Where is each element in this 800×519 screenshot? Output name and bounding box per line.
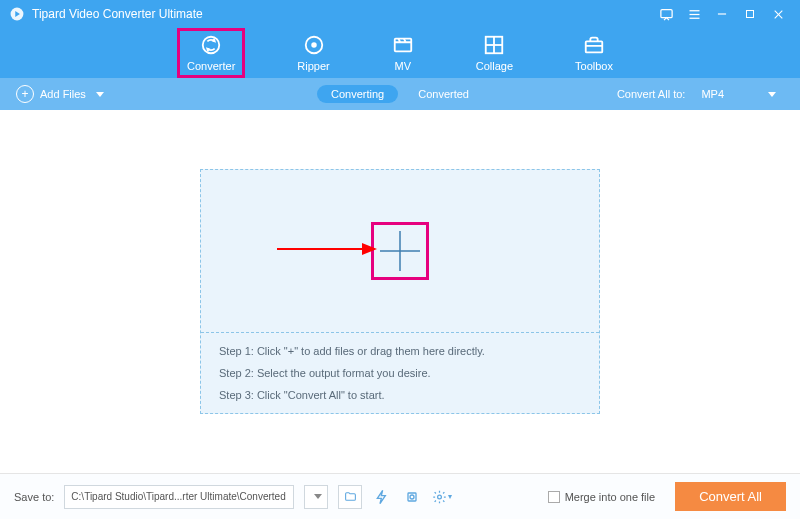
- step-text: Step 1: Click "+" to add files or drag t…: [219, 345, 581, 357]
- toolbox-icon: [583, 34, 605, 56]
- tab-converting[interactable]: Converting: [317, 85, 398, 103]
- app-logo-icon: [10, 7, 24, 21]
- svg-rect-21: [408, 493, 416, 501]
- svg-marker-18: [362, 243, 377, 255]
- path-dropdown-button[interactable]: [304, 485, 328, 509]
- svg-point-11: [312, 43, 316, 47]
- menu-icon[interactable]: [682, 2, 706, 26]
- gear-icon: [432, 489, 447, 505]
- chevron-down-icon: [96, 92, 104, 97]
- nav-ripper[interactable]: Ripper: [289, 30, 337, 76]
- minimize-button[interactable]: [710, 2, 734, 26]
- nav-converter[interactable]: Converter: [179, 30, 243, 76]
- save-to-label: Save to:: [14, 491, 54, 503]
- step-text: Step 2: Select the output format you des…: [219, 367, 581, 379]
- step-text: Step 3: Click "Convert All" to start.: [219, 389, 581, 401]
- bolt-icon: [374, 489, 390, 505]
- checkbox-icon: [548, 491, 560, 503]
- save-path-input[interactable]: C:\Tipard Studio\Tipard...rter Ultimate\…: [64, 485, 294, 509]
- titlebar: Tipard Video Converter Ultimate Converte…: [0, 0, 800, 78]
- chip-icon: [404, 489, 420, 505]
- nav-label: Ripper: [297, 60, 329, 72]
- plus-circle-icon: +: [16, 85, 34, 103]
- folder-icon: [344, 490, 357, 503]
- app-title: Tipard Video Converter Ultimate: [32, 7, 203, 21]
- convert-all-to: Convert All to: MP4: [617, 86, 784, 102]
- merge-checkbox[interactable]: Merge into one file: [548, 491, 656, 503]
- status-tabs: Converting Converted: [317, 85, 483, 103]
- svg-rect-1: [660, 9, 671, 17]
- add-files-button[interactable]: + Add Files: [16, 85, 104, 103]
- footer: Save to: C:\Tipard Studio\Tipard...rter …: [0, 473, 800, 519]
- format-value: MP4: [701, 88, 724, 100]
- nav-label: Collage: [476, 60, 513, 72]
- nav-toolbox[interactable]: Toolbox: [567, 30, 621, 76]
- mv-icon: [392, 34, 414, 56]
- instruction-steps: Step 1: Click "+" to add files or drag t…: [201, 333, 599, 413]
- nav-label: Converter: [187, 60, 235, 72]
- app-window: { "header": { "title": "Tipard Video Con…: [0, 0, 800, 519]
- collage-icon: [483, 34, 505, 56]
- main-area: Step 1: Click "+" to add files or drag t…: [0, 110, 800, 473]
- convert-all-button[interactable]: Convert All: [675, 482, 786, 511]
- nav-mv[interactable]: MV: [384, 30, 422, 76]
- svg-rect-16: [586, 41, 603, 52]
- converter-icon: [200, 34, 222, 56]
- hw-accel-button[interactable]: [372, 487, 392, 507]
- svg-rect-6: [747, 11, 754, 18]
- svg-rect-12: [394, 39, 411, 52]
- add-files-label: Add Files: [40, 88, 86, 100]
- annotation-arrow: [277, 239, 377, 263]
- maximize-button[interactable]: [738, 2, 762, 26]
- gpu-button[interactable]: [402, 487, 422, 507]
- add-file-plus-button[interactable]: [376, 227, 424, 275]
- ripper-icon: [303, 34, 325, 56]
- open-folder-button[interactable]: [338, 485, 362, 509]
- convert-all-to-label: Convert All to:: [617, 88, 685, 100]
- titlebar-top: Tipard Video Converter Ultimate: [0, 0, 800, 28]
- settings-button[interactable]: ▾: [432, 487, 452, 507]
- svg-point-23: [438, 495, 442, 499]
- merge-label: Merge into one file: [565, 491, 656, 503]
- nav-label: MV: [394, 60, 411, 72]
- subbar: + Add Files Converting Converted Convert…: [0, 78, 800, 110]
- chevron-down-icon: [768, 92, 776, 97]
- dropzone[interactable]: Step 1: Click "+" to add files or drag t…: [200, 169, 600, 414]
- nav-label: Toolbox: [575, 60, 613, 72]
- close-button[interactable]: [766, 2, 790, 26]
- tab-converted[interactable]: Converted: [404, 85, 483, 103]
- svg-point-22: [410, 495, 414, 499]
- plus-icon: [378, 229, 422, 273]
- format-selector[interactable]: MP4: [693, 86, 784, 102]
- feedback-icon[interactable]: [654, 2, 678, 26]
- main-nav: Converter Ripper MV Collage Toolbox: [0, 28, 800, 78]
- drop-top: [201, 170, 599, 332]
- nav-collage[interactable]: Collage: [468, 30, 521, 76]
